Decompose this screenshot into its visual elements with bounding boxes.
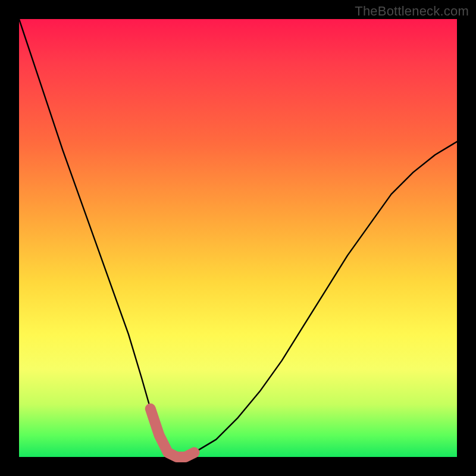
plot-area xyxy=(19,19,457,457)
watermark-text: TheBottleneck.com xyxy=(355,4,469,19)
chart-frame: TheBottleneck.com xyxy=(0,0,476,476)
highlight-path xyxy=(151,409,195,457)
curve-path xyxy=(19,19,457,457)
bottleneck-curve xyxy=(19,19,457,457)
